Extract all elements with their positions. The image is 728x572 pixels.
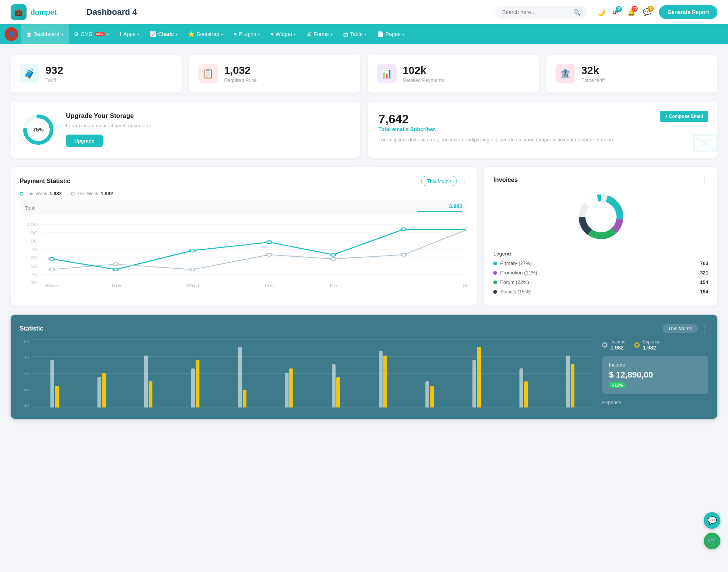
- table-chevron: ▾: [365, 32, 367, 36]
- total-progress-bar: [417, 211, 462, 212]
- nav-item-table[interactable]: ▤ Table ▾: [338, 24, 372, 44]
- bar-yellow-10: [524, 381, 528, 407]
- nav-item-pages[interactable]: 📄 Pages ▾: [372, 24, 410, 44]
- this-month-button[interactable]: This Month: [421, 176, 457, 186]
- bell-badge: 12: [632, 6, 638, 12]
- legend-value-2: 1.982: [100, 191, 113, 196]
- donut-percent-label: 75%: [33, 127, 44, 133]
- legend-item-primary-left: Primary (27%): [493, 260, 532, 266]
- nav-item-widget[interactable]: ♥ Widget ▾: [265, 24, 301, 44]
- nav-item-forms[interactable]: 🖨 Forms ▾: [301, 24, 338, 44]
- invoices-more-options[interactable]: ⋮: [701, 176, 708, 184]
- invoices-donut-svg: [574, 190, 628, 243]
- nav-item-dashboard[interactable]: ▦ Dashboard ▾: [21, 24, 69, 44]
- tariff-value: 932: [46, 64, 63, 77]
- svg-text:Mon: Mon: [46, 284, 58, 288]
- bars-container: [32, 339, 593, 407]
- nav-label-charts: Charts: [158, 31, 174, 37]
- nav-item-charts[interactable]: 📈 Charts ▾: [144, 24, 183, 44]
- legend-dot-teal: [20, 192, 24, 196]
- bar-yellow-7: [383, 356, 387, 407]
- bootstrap-icon: ⭐: [188, 31, 195, 37]
- bar-group-5: [266, 368, 312, 407]
- detailed-payments-label: Detailed Payments: [403, 77, 444, 83]
- invoices-legend-label: Legend: [493, 251, 708, 257]
- bell-icon-btn[interactable]: 🔔 12: [627, 8, 635, 16]
- svg-point-28: [331, 257, 336, 260]
- statistic-this-month-button[interactable]: This Month: [663, 324, 698, 333]
- required-price-info: 1,032 Required Price: [224, 64, 257, 83]
- bars-row: [32, 339, 593, 407]
- income-change-row: +15%: [609, 382, 701, 388]
- svg-point-19: [190, 249, 195, 252]
- cms-icon: ⚙: [74, 31, 79, 37]
- bar-yellow-9: [477, 347, 481, 407]
- generate-report-button[interactable]: Generate Report: [659, 5, 717, 19]
- chart-with-yaxis: 50 40 30 20 10: [20, 339, 593, 407]
- total-label: Total: [25, 205, 35, 211]
- shop-icon-btn[interactable]: 🛍 2: [613, 8, 620, 16]
- nav-item-apps[interactable]: ℹ Apps ▾: [114, 24, 144, 44]
- socials-count: 154: [700, 289, 708, 295]
- compose-email-button[interactable]: + Compose Email: [660, 111, 708, 122]
- email-card: + Compose Email 7,642 Total emails Subcr…: [368, 102, 717, 158]
- statistic-controls: This Month ⋮: [663, 324, 708, 333]
- payment-more-options[interactable]: ⋮: [461, 177, 468, 185]
- legend-item-promotion: Promotion (11%) 321: [493, 270, 708, 276]
- bar-group-8: [407, 381, 452, 407]
- bar-white-6: [332, 364, 336, 407]
- svg-point-17: [49, 257, 55, 260]
- main-content: 🧳 932 Tariff 📋 1,032 Required Price 📊 10…: [0, 44, 728, 434]
- legend-item-socials: Socials (15%) 154: [493, 289, 708, 295]
- search-input[interactable]: [502, 9, 570, 15]
- total-value: 3.982: [449, 203, 462, 209]
- svg-text:90: 90: [30, 231, 38, 235]
- email-subtitle: Total emails Subcriber.: [378, 126, 707, 132]
- logo-area: 💼 dompet: [11, 4, 79, 20]
- ie-legend: Income 1.982 Expense 1.982: [602, 339, 708, 351]
- detailed-payments-info: 102k Detailed Payments: [403, 64, 444, 83]
- nav-item-plugins[interactable]: ♥ Plugins ▾: [228, 24, 265, 44]
- widget-icon: ♥: [270, 31, 273, 37]
- bar-group-7: [360, 351, 406, 407]
- forum-dot: [493, 281, 497, 284]
- detailed-payments-icon: 📊: [377, 64, 397, 83]
- legend-item-forum: Forum (22%) 154: [493, 279, 708, 285]
- statistic-more-options[interactable]: ⋮: [701, 324, 708, 333]
- stat-y-axis: 50 40 30 20 10: [20, 339, 29, 407]
- bar-yellow-0: [55, 386, 59, 407]
- bootstrap-chevron: ▾: [221, 32, 223, 36]
- invoices-legend-list: Primary (27%) 763 Promotion (11%) 321 Fo…: [493, 260, 708, 295]
- upgrade-button[interactable]: Upgrade: [66, 135, 103, 147]
- nav-item-cms[interactable]: ⚙ CMS New ▾: [69, 24, 115, 44]
- stat-card-required-price: 📋 1,032 Required Price: [189, 55, 360, 92]
- svg-text:30: 30: [30, 281, 38, 285]
- svg-point-18: [113, 268, 118, 271]
- nav-label-plugins: Plugins: [239, 31, 256, 37]
- legend-label-2: This Week: [77, 191, 98, 196]
- storage-text: Upgrade Your Storage Lorem ipsum dolor s…: [66, 112, 152, 147]
- table-icon: ▤: [343, 31, 348, 37]
- nav-avatar: 👤: [5, 27, 18, 41]
- primary-label: Primary (27%): [500, 260, 532, 266]
- force-tariff-value: 32k: [581, 64, 605, 77]
- bar-yellow-5: [289, 368, 293, 407]
- theme-toggle[interactable]: 🌙: [597, 8, 605, 16]
- nav-label-apps: Apps: [123, 31, 135, 37]
- bar-yellow-8: [430, 386, 434, 407]
- invoices-donut-chart: [493, 190, 708, 243]
- svg-text:100: 100: [27, 223, 38, 227]
- nav-label-widget: Widget: [276, 31, 292, 37]
- bar-white-4: [238, 347, 242, 407]
- svg-point-22: [401, 228, 406, 231]
- bar-group-10: [501, 368, 546, 407]
- payment-statistic-card: Payment Statistic This Month ⋮ This Week…: [11, 167, 477, 306]
- legend-value-1: 1.982: [49, 191, 62, 196]
- nav-item-bootstrap[interactable]: ⭐ Bootstrap ▾: [183, 24, 228, 44]
- legend-this-week-1: This Week 1.982: [20, 191, 62, 196]
- chat-icon-btn[interactable]: 💬 5: [643, 8, 651, 16]
- cms-chevron: ▾: [107, 32, 109, 36]
- invoices-title: Invoices: [493, 177, 518, 183]
- expense-legend-dot: [634, 342, 640, 348]
- stat-card-detailed-payments: 📊 102k Detailed Payments: [368, 55, 539, 92]
